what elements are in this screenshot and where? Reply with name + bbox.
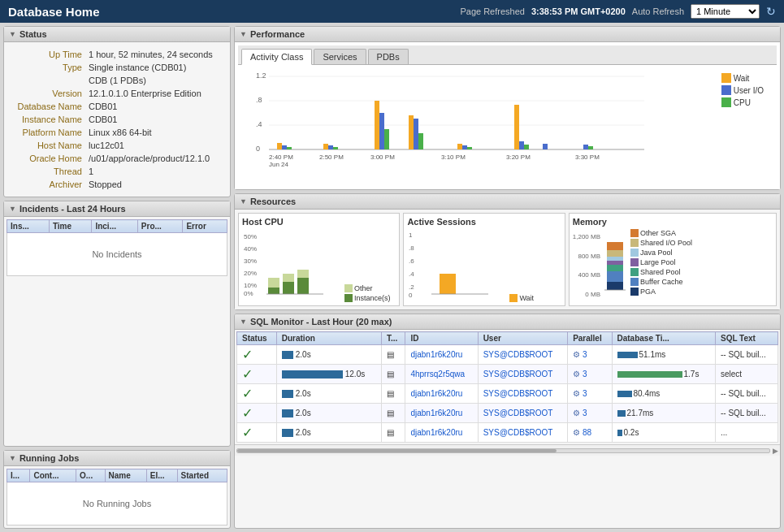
sql-id-4[interactable]: djabn1r6k20ru xyxy=(405,423,478,443)
resources-collapse-icon: ▼ xyxy=(240,197,247,205)
running-jobs-header[interactable]: ▼ Running Jobs xyxy=(4,451,230,466)
sql-col-sqltext[interactable]: SQL Text xyxy=(715,332,778,345)
status-section: ▼ Status Up Time 1 hour, 52 minutes, 24 … xyxy=(3,26,231,197)
status-value-type: Single instance (CDB01) xyxy=(86,62,223,73)
status-row-thread: Thread 1 xyxy=(11,166,223,177)
rj-col-name[interactable]: Name xyxy=(105,469,146,482)
memory-bar-svg xyxy=(603,229,627,298)
sql-monitor-header[interactable]: ▼ SQL Monitor - Last Hour (20 max) xyxy=(235,314,780,330)
status-body: Up Time 1 hour, 52 minutes, 24 seconds T… xyxy=(4,42,230,197)
sql-user-link-3[interactable]: SYS@CDB$ROOT xyxy=(483,409,553,417)
rj-col-cont[interactable]: Cont... xyxy=(30,469,76,482)
sql-status-check-2: ✓ xyxy=(242,387,253,400)
incidents-col-inci[interactable]: Inci... xyxy=(92,220,137,233)
active-sessions-svg: 1 .8 .6 .4 .2 0 xyxy=(407,229,505,302)
memory-box: Memory 1,200 MB 800 MB 400 MB 0 MB xyxy=(569,213,777,306)
sql-duration-2: 2.0s xyxy=(276,384,381,404)
sql-col-parallel[interactable]: Parallel xyxy=(568,332,612,345)
legend-wait-color xyxy=(721,73,731,83)
sql-col-duration[interactable]: Duration xyxy=(276,332,381,345)
sql-col-status[interactable]: Status xyxy=(237,332,277,345)
memory-y-1200: 1,200 MB xyxy=(573,233,600,240)
tab-pdbs[interactable]: PDBs xyxy=(368,49,409,64)
status-header[interactable]: ▼ Status xyxy=(4,27,230,42)
rj-col-el[interactable]: El... xyxy=(146,469,177,482)
sql-col-user[interactable]: User xyxy=(478,332,567,345)
running-jobs-collapse-icon: ▼ xyxy=(9,454,16,462)
right-panel: ▼ Performance Activity Class Services PD… xyxy=(234,26,781,529)
incidents-col-ins[interactable]: Ins... xyxy=(7,220,50,233)
mem-legend-large: Large Pool xyxy=(630,258,692,266)
svg-text:10%: 10% xyxy=(244,282,257,289)
running-jobs-no-data: No Running Jobs xyxy=(7,482,227,526)
running-jobs-title: Running Jobs xyxy=(19,453,79,463)
auto-refresh-select[interactable]: 1 Minute Manual 30 Seconds 5 Minutes 15 … xyxy=(691,4,760,19)
sql-monitor-body[interactable]: Status Duration T... ID User Parallel Da… xyxy=(235,330,780,444)
sql-parallel-1: ⚙ 3 xyxy=(568,365,612,384)
sql-col-dbtime[interactable]: Database Ti... xyxy=(612,332,715,345)
sql-dbtime-bar-4 xyxy=(617,430,622,436)
mem-legend-shared: Shared Pool xyxy=(630,268,692,276)
sql-parallel-link-4[interactable]: 88 xyxy=(583,428,591,437)
memory-y-0: 0 MB xyxy=(573,291,600,298)
host-cpu-chart: 50% 40% 30% 20% 10% 0% xyxy=(242,229,396,302)
svg-text:2:50 PM: 2:50 PM xyxy=(319,154,344,161)
sql-parallel-link-3[interactable]: 3 xyxy=(583,409,587,417)
sql-parallel-link-1[interactable]: 3 xyxy=(583,370,587,378)
sql-scroll-right-btn[interactable]: ▶ xyxy=(773,447,778,455)
svg-rect-24 xyxy=(519,141,524,149)
status-value-platform: Linux x86 64-bit xyxy=(86,127,223,138)
sql-id-1[interactable]: 4hprrsq2r5qwa xyxy=(405,365,478,384)
status-label-uptime: Up Time xyxy=(11,49,84,60)
mem-shared-io-label: Shared I/O Pool xyxy=(640,239,692,247)
sql-id-link-0[interactable]: djabn1r6k20ru xyxy=(410,350,462,359)
status-value-host: luc12c01 xyxy=(86,140,223,151)
incidents-col-pro[interactable]: Pro... xyxy=(137,220,183,233)
sql-id-link-3[interactable]: djabn1r6k20ru xyxy=(410,409,462,417)
sql-hscroll-thumb[interactable] xyxy=(237,449,557,452)
rj-col-started[interactable]: Started xyxy=(177,469,227,482)
sql-id-link-1[interactable]: 4hprrsq2r5qwa xyxy=(410,370,465,378)
sql-user-link-0[interactable]: SYS@CDB$ROOT xyxy=(483,350,553,359)
performance-header[interactable]: ▼ Performance xyxy=(235,27,780,42)
sql-row-4: ✓ 2.0s ▤ djabn1r6k20ru SYS@CDB$ROOT ⚙ 88… xyxy=(237,423,778,443)
sql-hscroll[interactable]: ▶ xyxy=(235,444,780,456)
sql-id-2[interactable]: djabn1r6k20ru xyxy=(405,384,478,404)
memory-chart: 1,200 MB 800 MB 400 MB 0 MB xyxy=(573,229,773,298)
sql-col-id[interactable]: ID xyxy=(405,332,478,345)
sql-id-link-2[interactable]: djabn1r6k20ru xyxy=(410,389,462,398)
resources-header[interactable]: ▼ Resources xyxy=(235,194,780,210)
sql-row-0: ✓ 2.0s ▤ djabn1r6k20ru SYS@CDB$ROOT ⚙ 3 … xyxy=(237,345,778,365)
status-row-platform: Platform Name Linux x86 64-bit xyxy=(11,127,223,138)
svg-text:50%: 50% xyxy=(244,233,257,240)
tab-services[interactable]: Services xyxy=(314,49,366,64)
rj-col-i[interactable]: I... xyxy=(7,469,30,482)
tab-activity-class[interactable]: Activity Class xyxy=(241,49,312,65)
host-cpu-legend: Other Instance(s) xyxy=(344,284,391,302)
status-label-instname: Instance Name xyxy=(11,114,84,125)
host-cpu-box: Host CPU 50% 40% 30% 20% 10% 0% xyxy=(238,213,400,306)
resources-title: Resources xyxy=(250,197,296,206)
sql-parallel-link-2[interactable]: 3 xyxy=(583,389,587,398)
header: Database Home Page Refreshed 3:38:53 PM … xyxy=(0,0,784,23)
svg-text:Jun 24: Jun 24 xyxy=(269,161,289,168)
incidents-col-time[interactable]: Time xyxy=(49,220,92,233)
legend-cpu-color xyxy=(721,97,731,107)
rj-col-o[interactable]: O... xyxy=(76,469,105,482)
sql-id-link-4[interactable]: djabn1r6k20ru xyxy=(410,428,462,437)
sql-user-link-2[interactable]: SYS@CDB$ROOT xyxy=(483,389,553,398)
sql-user-link-1[interactable]: SYS@CDB$ROOT xyxy=(483,370,553,378)
sql-id-0[interactable]: djabn1r6k20ru xyxy=(405,345,478,365)
legend-userio-label: User I/O xyxy=(734,86,764,95)
sql-hscroll-track[interactable] xyxy=(236,448,770,453)
status-value-thread: 1 xyxy=(86,166,223,177)
sql-id-3[interactable]: djabn1r6k20ru xyxy=(405,404,478,423)
mem-legend-pga: PGA xyxy=(630,288,692,296)
sql-col-type[interactable]: T... xyxy=(381,332,405,345)
sql-parallel-link-0[interactable]: 3 xyxy=(583,350,587,359)
incidents-col-error[interactable]: Error xyxy=(183,220,227,233)
refresh-button[interactable]: ↻ xyxy=(766,5,776,18)
sql-user-link-4[interactable]: SYS@CDB$ROOT xyxy=(483,428,553,437)
status-value-oracle-home: /u01/app/oracle/product/12.1.0 xyxy=(86,153,223,164)
incidents-header[interactable]: ▼ Incidents - Last 24 Hours xyxy=(4,201,230,217)
